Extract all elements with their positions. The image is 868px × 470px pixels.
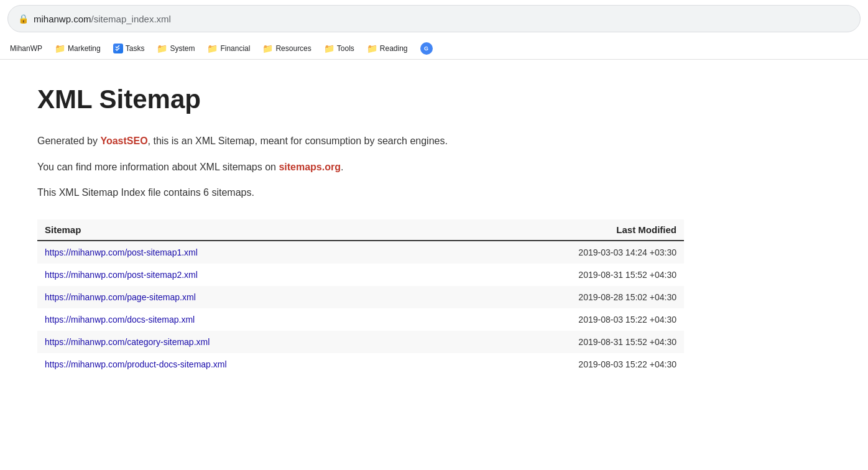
google-translate-icon: G bbox=[420, 42, 433, 55]
address-bar[interactable]: 🔒 mihanwp.com/sitemap_index.xml bbox=[7, 5, 861, 32]
bookmark-mihanwp[interactable]: MihanWP bbox=[5, 42, 47, 55]
main-content: XML Sitemap Generated by YoastSEO, this … bbox=[0, 60, 746, 400]
bookmarks-bar: MihanWP 📁 Marketing Tasks 📁 System 📁 Fin… bbox=[0, 37, 868, 60]
bookmark-financial-label: Financial bbox=[220, 44, 250, 53]
sitemap-url-cell: https://mihanwp.com/docs-sitemap.xml bbox=[37, 308, 448, 331]
bookmark-marketing[interactable]: 📁 Marketing bbox=[50, 41, 106, 56]
yoast-seo-link[interactable]: YoastSEO bbox=[100, 136, 147, 146]
sitemap-url-link[interactable]: https://mihanwp.com/page-sitemap.xml bbox=[45, 292, 196, 302]
last-modified-cell: 2019-08-03 15:22 +04:30 bbox=[448, 353, 684, 376]
col-header-sitemap: Sitemap bbox=[37, 219, 448, 241]
table-row: https://mihanwp.com/category-sitemap.xml… bbox=[37, 331, 684, 353]
lock-icon: 🔒 bbox=[18, 14, 29, 24]
bookmark-resources-label: Resources bbox=[275, 44, 311, 53]
sitemaps-org-link[interactable]: sitemaps.org bbox=[279, 162, 341, 172]
bookmark-resources[interactable]: 📁 Resources bbox=[257, 41, 316, 56]
sitemap-url-cell: https://mihanwp.com/product-docs-sitemap… bbox=[37, 353, 448, 376]
folder-icon-system: 📁 bbox=[157, 44, 167, 53]
folder-icon-financial: 📁 bbox=[207, 44, 218, 53]
sitemap-url-link[interactable]: https://mihanwp.com/post-sitemap1.xml bbox=[45, 247, 198, 257]
description-3: This XML Sitemap Index file contains 6 s… bbox=[37, 185, 709, 201]
google-translate-item[interactable]: G bbox=[415, 40, 438, 57]
sitemap-url-link[interactable]: https://mihanwp.com/category-sitemap.xml bbox=[45, 337, 210, 347]
sitemap-url-link[interactable]: https://mihanwp.com/product-docs-sitemap… bbox=[45, 359, 227, 369]
url-text: mihanwp.com/sitemap_index.xml bbox=[34, 14, 171, 24]
url-domain: mihanwp.com bbox=[34, 14, 91, 24]
folder-icon-resources: 📁 bbox=[262, 44, 273, 53]
description-2: You can find more information about XML … bbox=[37, 159, 709, 175]
table-row: https://mihanwp.com/product-docs-sitemap… bbox=[37, 353, 684, 376]
bookmark-system[interactable]: 📁 System bbox=[152, 41, 200, 56]
last-modified-cell: 2019-08-31 15:52 +04:30 bbox=[448, 331, 684, 353]
bookmark-mihanwp-label: MihanWP bbox=[10, 44, 42, 53]
desc2-before: You can find more information about XML … bbox=[37, 162, 279, 172]
folder-icon-tools: 📁 bbox=[324, 44, 335, 53]
bookmark-system-label: System bbox=[170, 44, 195, 53]
bookmark-tools[interactable]: 📁 Tools bbox=[319, 41, 359, 56]
last-modified-cell: 2019-08-31 15:52 +04:30 bbox=[448, 264, 684, 286]
bookmark-tools-label: Tools bbox=[337, 44, 354, 53]
url-path: /sitemap_index.xml bbox=[91, 14, 171, 24]
sitemap-url-link[interactable]: https://mihanwp.com/post-sitemap2.xml bbox=[45, 270, 198, 280]
col-header-last-modified: Last Modified bbox=[448, 219, 684, 241]
folder-icon: 📁 bbox=[55, 44, 65, 53]
last-modified-cell: 2019-08-28 15:02 +04:30 bbox=[448, 286, 684, 308]
bookmark-reading-label: Reading bbox=[380, 44, 408, 53]
table-row: https://mihanwp.com/docs-sitemap.xml2019… bbox=[37, 308, 684, 331]
table-header-row: Sitemap Last Modified bbox=[37, 219, 684, 241]
bookmark-financial[interactable]: 📁 Financial bbox=[202, 41, 255, 56]
last-modified-cell: 2019-08-03 15:22 +04:30 bbox=[448, 308, 684, 331]
sitemap-url-cell: https://mihanwp.com/category-sitemap.xml bbox=[37, 331, 448, 353]
sitemap-url-cell: https://mihanwp.com/post-sitemap2.xml bbox=[37, 264, 448, 286]
desc2-after: . bbox=[341, 162, 343, 172]
bookmark-marketing-label: Marketing bbox=[68, 44, 101, 53]
description-1: Generated by YoastSEO, this is an XML Si… bbox=[37, 133, 709, 149]
sitemap-table: Sitemap Last Modified https://mihanwp.co… bbox=[37, 219, 684, 376]
bookmark-tasks-label: Tasks bbox=[126, 44, 145, 53]
sitemap-url-cell: https://mihanwp.com/post-sitemap1.xml bbox=[37, 241, 448, 264]
sitemap-url-link[interactable]: https://mihanwp.com/docs-sitemap.xml bbox=[45, 315, 195, 325]
sitemap-url-cell: https://mihanwp.com/page-sitemap.xml bbox=[37, 286, 448, 308]
table-row: https://mihanwp.com/post-sitemap2.xml201… bbox=[37, 264, 684, 286]
last-modified-cell: 2019-03-03 14:24 +03:30 bbox=[448, 241, 684, 264]
folder-icon-reading: 📁 bbox=[367, 44, 377, 53]
desc1-before: Generated by bbox=[37, 136, 100, 146]
table-row: https://mihanwp.com/post-sitemap1.xml201… bbox=[37, 241, 684, 264]
bookmark-reading[interactable]: 📁 Reading bbox=[362, 41, 413, 56]
bookmark-tasks[interactable]: Tasks bbox=[108, 41, 150, 56]
desc1-after: , this is an XML Sitemap, meant for cons… bbox=[148, 136, 448, 146]
page-title: XML Sitemap bbox=[37, 85, 709, 114]
tasks-icon bbox=[113, 44, 123, 53]
table-row: https://mihanwp.com/page-sitemap.xml2019… bbox=[37, 286, 684, 308]
